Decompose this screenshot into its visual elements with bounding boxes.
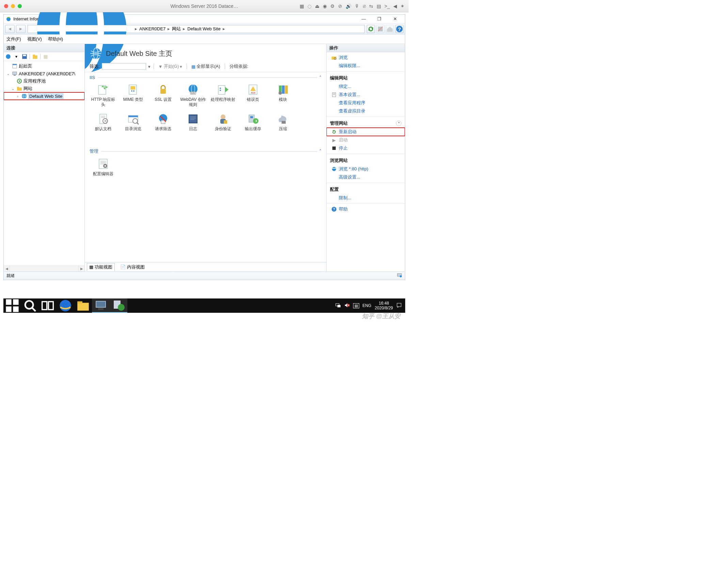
feature-默认文档[interactable]: 默认文档: [90, 111, 117, 138]
connect-icon[interactable]: [5, 53, 11, 60]
tree-sites[interactable]: ⌄ 网站: [4, 85, 84, 92]
tray-ime-icon[interactable]: ▤: [353, 303, 359, 308]
taskbar-ie[interactable]: [57, 298, 74, 313]
display-icon[interactable]: ⎚: [363, 3, 366, 9]
minimize-icon[interactable]: [11, 4, 15, 8]
tray-notifications-icon[interactable]: [396, 303, 402, 309]
action-basic-settings[interactable]: 基本设置...: [327, 91, 405, 99]
action-advanced[interactable]: 高级设置...: [327, 173, 405, 181]
action-help[interactable]: ?帮助: [327, 205, 405, 213]
search-button[interactable]: [21, 298, 39, 313]
settings-icon[interactable]: ✶: [400, 3, 405, 9]
taskbar-explorer[interactable]: [74, 298, 92, 313]
chip-icon[interactable]: ◌: [307, 3, 312, 9]
task-view-button[interactable]: [39, 298, 57, 313]
nav-back-button[interactable]: ◄: [5, 25, 15, 33]
tree-start-page[interactable]: 起始页: [4, 62, 84, 70]
action-restart[interactable]: 重新启动: [327, 128, 405, 136]
action-edit-permissions[interactable]: 编辑权限...: [327, 62, 405, 70]
group-management[interactable]: 管理˄: [90, 148, 321, 154]
feature-日志[interactable]: 日志: [179, 111, 207, 138]
home-button[interactable]: [386, 25, 394, 33]
grid-icon[interactable]: ▦: [300, 3, 304, 9]
close-button[interactable]: ✕: [387, 15, 403, 23]
help-dropdown[interactable]: ?: [395, 25, 403, 33]
breadcrumb-site[interactable]: Default Web Site: [186, 26, 222, 31]
breadcrumb-server[interactable]: ANKER0DE7: [138, 26, 167, 31]
action-browse-80[interactable]: 浏览 *:80 (http): [327, 165, 405, 173]
tab-content-view[interactable]: 📄内容视图: [118, 263, 147, 271]
feature-MIME 类型[interactable]: MIME 类型: [120, 82, 147, 109]
group-iis[interactable]: IIS˄: [90, 75, 321, 80]
connections-tree[interactable]: 起始页 ⌄ ANKER0DE7 (ANKER0DE7\ 应用程序池 ⌄ 网站: [4, 61, 84, 265]
feature-压缩[interactable]: 压缩: [269, 111, 297, 138]
filter-input[interactable]: [102, 63, 146, 70]
tab-features-view[interactable]: ▦功能视图: [87, 263, 115, 271]
menu-view[interactable]: 视图(V): [27, 36, 42, 42]
close-icon[interactable]: [4, 4, 8, 8]
collapse-icon[interactable]: ˄: [396, 121, 401, 126]
action-view-apps[interactable]: 查看应用程序: [327, 99, 405, 107]
taskbar-server-manager[interactable]: [92, 298, 110, 313]
feature-label: WebDAV 创作规则: [179, 97, 207, 107]
action-view-vdirs[interactable]: 查看虚拟目录: [327, 107, 405, 115]
back-icon[interactable]: ◀: [393, 3, 397, 9]
terminal-icon[interactable]: >_: [384, 3, 390, 9]
tree-app-pools[interactable]: 应用程序池: [4, 77, 84, 85]
swap-icon[interactable]: ⇆: [369, 3, 373, 9]
feature-HTTP 响应标头[interactable]: HTTP 响应标头: [90, 82, 117, 109]
svg-rect-39: [218, 86, 225, 94]
feature-输出缓存[interactable]: 输出缓存: [239, 111, 267, 138]
delete-icon[interactable]: [43, 53, 49, 60]
refresh-button[interactable]: [367, 25, 375, 33]
feature-配置编辑器[interactable]: 配置编辑器: [90, 156, 117, 183]
chevron-right-icon: ▸: [222, 26, 226, 31]
action-stop[interactable]: 停止: [327, 144, 405, 152]
config-scope-icon[interactable]: [397, 273, 402, 279]
save-icon[interactable]: [21, 53, 28, 60]
mic-icon[interactable]: 🎙: [355, 3, 360, 9]
action-explore[interactable]: 浏览: [327, 53, 405, 62]
tree-scrollbar[interactable]: ◀ ▶: [4, 265, 84, 272]
zoom-icon[interactable]: [18, 4, 22, 8]
breadcrumb[interactable]: ▸ ANKER0DE7 ▸ 网站 ▸ Default Web Site ▸: [28, 25, 365, 33]
filter-dropdown-icon[interactable]: ▾: [148, 64, 151, 69]
feature-模块[interactable]: 模块: [269, 82, 297, 109]
action-bindings[interactable]: 绑定...: [327, 82, 405, 91]
feature-处理程序映射[interactable]: 处理程序映射: [209, 82, 237, 109]
feature-目录浏览[interactable]: 目录浏览: [120, 111, 147, 138]
tray-lang[interactable]: ENG: [363, 303, 371, 308]
tree-default-web-site[interactable]: › Default Web Site: [4, 92, 84, 100]
feature-WebDAV 创作规则[interactable]: DAVWebDAV 创作规则: [179, 82, 207, 109]
group-by-label[interactable]: 分组依据:: [228, 63, 250, 70]
breadcrumb-sites[interactable]: 网站: [171, 26, 182, 32]
nav-forward-button[interactable]: ►: [16, 25, 26, 33]
gear-icon[interactable]: ⚙: [330, 3, 335, 9]
menu-help[interactable]: 帮助(H): [48, 36, 63, 42]
disc-icon[interactable]: ◉: [323, 3, 327, 9]
dropdown-icon[interactable]: ▾: [13, 53, 19, 60]
action-limits[interactable]: 限制...: [327, 194, 405, 202]
sound-icon[interactable]: 🔊: [346, 3, 351, 9]
tree-server[interactable]: ⌄ ANKER0DE7 (ANKER0DE7\: [4, 70, 84, 77]
menu-file[interactable]: 文件(F): [6, 36, 21, 42]
tray-network-icon[interactable]: [335, 303, 341, 309]
tray-clock[interactable]: 16:48 2020/8/29: [375, 301, 393, 311]
maximize-button[interactable]: ❐: [371, 15, 387, 23]
start-button[interactable]: [3, 298, 21, 313]
tray-sound-icon[interactable]: [344, 303, 350, 309]
panel-icon[interactable]: ▤: [377, 3, 381, 9]
network-icon[interactable]: ⊘: [338, 3, 342, 9]
feature-SSL 设置[interactable]: SSL 设置: [149, 82, 177, 109]
scroll-left-icon[interactable]: ◀: [4, 266, 10, 272]
feature-请求筛选[interactable]: 请求筛选: [149, 111, 177, 138]
filter-go-button[interactable]: ▼开始(G) ▾: [157, 63, 184, 70]
taskbar-iis[interactable]: [110, 298, 127, 313]
show-all-button[interactable]: ▦全部显示(A): [190, 63, 221, 70]
usb-icon[interactable]: ⏏: [315, 3, 319, 9]
scroll-right-icon[interactable]: ▶: [78, 266, 84, 272]
minimize-button[interactable]: —: [356, 15, 371, 23]
feature-错误页[interactable]: 404错误页: [239, 82, 267, 109]
up-icon[interactable]: [32, 53, 38, 60]
feature-身份验证[interactable]: 身份验证: [209, 111, 237, 138]
